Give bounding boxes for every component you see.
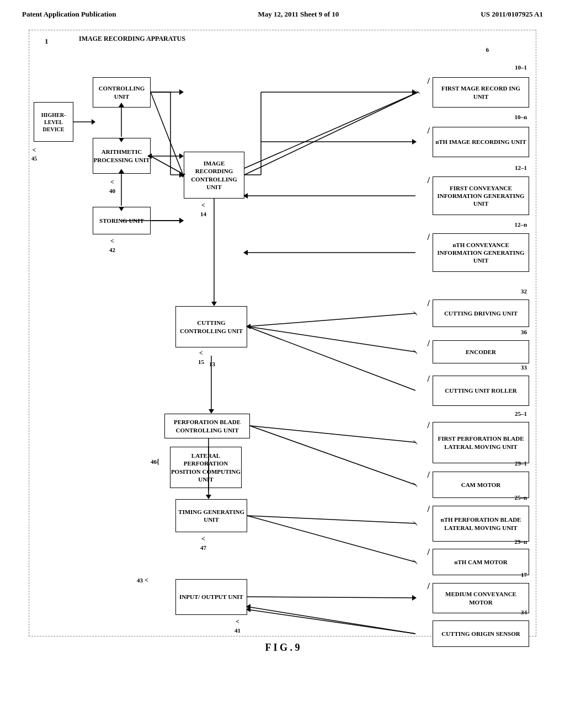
ref-32: 32: [521, 287, 527, 295]
svg-line-44: [247, 607, 415, 634]
svg-marker-8: [179, 153, 184, 159]
cutting-controlling-box: CUTTING CONTROLLING UNIT: [175, 306, 247, 347]
page-header: Patent Application Publication May 12, 2…: [0, 0, 565, 24]
svg-line-59: [250, 426, 415, 485]
storing-unit-box: STORING UNIT: [93, 207, 151, 234]
ref-29-n: 29–n: [514, 538, 527, 545]
controlling-unit-box: CONTROLLING UNIT: [93, 77, 151, 108]
svg-line-29: [247, 326, 415, 352]
header-left: Patent Application Publication: [22, 10, 116, 19]
header-right: US 2011/0107925 A1: [481, 10, 543, 19]
slash-12-n: /: [428, 232, 430, 243]
svg-line-57: [247, 609, 415, 634]
slash-25-1: /: [428, 420, 430, 431]
ref-42: <42: [109, 237, 115, 254]
svg-marker-30: [412, 349, 418, 355]
cutting-origin-sensor-box: CUTTING ORIGIN SENSOR: [433, 620, 529, 647]
ref-46: 46{: [151, 458, 159, 467]
nth-conveyance-box: nTH CONVEYANCE INFORMATION GENERATING UN…: [433, 233, 529, 272]
svg-marker-22: [412, 139, 417, 144]
ref-34: 34: [521, 608, 527, 616]
slash-33: /: [428, 373, 430, 385]
svg-marker-26: [243, 250, 248, 255]
ref-1: 1: [45, 37, 49, 46]
svg-marker-15: [415, 90, 420, 94]
svg-marker-20: [412, 89, 417, 95]
ref-14: <14: [200, 201, 206, 218]
ref-47: <47: [200, 535, 206, 552]
ref-25-n: 25–n: [514, 494, 527, 501]
svg-marker-5: [179, 89, 184, 95]
svg-marker-1: [92, 119, 95, 125]
ref-12-n: 12–n: [514, 221, 527, 228]
slash-25-n: /: [428, 504, 430, 515]
timing-generating-box: TIMING GENERATING UNIT: [175, 499, 247, 532]
ref-10-n: 10–n: [514, 113, 527, 121]
first-perforation-blade-box: FIRST PERFORATION BLADE LATERAL MOVING U…: [433, 422, 529, 463]
nth-cam-motor-box: nTH CAM MOTOR: [433, 549, 529, 575]
higher-level-device-box: HIGHER- LEVEL DEVICE: [34, 102, 73, 142]
cutting-unit-roller-box: CUTTING UNIT ROLLER: [433, 376, 529, 406]
slash-10-n: /: [428, 125, 430, 137]
first-conveyance-box: FIRST CONVEYANCE INFORMATION GENERATING …: [433, 176, 529, 215]
slash-32: /: [428, 298, 430, 309]
slash-17: /: [428, 581, 430, 592]
ref-45: <45: [31, 146, 37, 162]
slash-10-1: /: [428, 76, 430, 87]
ref-43: 43 <: [137, 576, 148, 585]
svg-marker-41: [206, 495, 211, 499]
header-middle: May 12, 2011 Sheet 9 of 10: [258, 10, 339, 19]
svg-marker-36: [412, 440, 418, 445]
svg-marker-11: [179, 218, 184, 223]
medium-conveyance-motor-box: MEDIUM CONVEYANCE MOTOR: [433, 583, 529, 613]
slash-36: /: [428, 338, 430, 350]
ref-33: 33: [521, 363, 527, 371]
ref-12-1: 12–1: [515, 164, 527, 172]
nth-perforation-blade-box: nTH PERFORATION BLADE LATERAL MOVING UNI…: [433, 506, 529, 542]
svg-marker-56: [179, 172, 184, 178]
ref-25-1: 25–1: [515, 410, 527, 417]
image-recording-controlling-box: IMAGE RECORDING CONTROLLING UNIT: [184, 152, 244, 199]
svg-line-61: [247, 516, 415, 562]
svg-marker-43: [412, 595, 417, 601]
input-output-box: INPUT/ OUTPUT UNIT: [175, 579, 247, 615]
ref-40: <40: [109, 178, 115, 195]
svg-marker-62: [412, 559, 418, 565]
svg-line-37: [247, 516, 415, 523]
ref-15: <15: [198, 349, 204, 366]
svg-marker-60: [412, 482, 418, 488]
arithmetic-unit-box: ARITHMETIC PROCESSING UNIT: [93, 138, 151, 174]
ref-17: 17: [521, 571, 527, 579]
svg-line-6: [151, 156, 183, 174]
svg-marker-64: [179, 218, 184, 223]
diagram-title: IMAGE RECORDING APPARATUS: [79, 35, 185, 43]
svg-line-2: [151, 92, 183, 174]
ref-13: 13: [209, 360, 215, 368]
slash-12-1: /: [428, 175, 430, 186]
svg-line-27: [247, 313, 415, 326]
svg-marker-34: [209, 409, 214, 414]
svg-line-35: [250, 426, 415, 442]
ref-6: 6: [486, 46, 489, 53]
svg-marker-38: [412, 521, 418, 526]
svg-line-14: [244, 92, 418, 168]
encoder-box: ENCODER: [433, 340, 529, 363]
svg-line-52: [151, 92, 183, 175]
diagram-container: IMAGE RECORDING APPARATUS 1 6 HIGHER- LE…: [29, 30, 536, 636]
svg-line-16: [244, 92, 418, 175]
first-image-recording-box: FIRST MAGE RECORD ING UNIT: [433, 77, 529, 108]
slash-29-1: /: [428, 469, 430, 481]
ref-36: 36: [521, 328, 527, 336]
nth-image-recording-box: nTH IMAGE RECORDING UNIT: [433, 127, 529, 157]
perforation-blade-controlling-box: PERFORATION BLADE CONTROLLING UNIT: [164, 414, 250, 438]
connection-lines: [29, 30, 536, 636]
svg-marker-28: [412, 311, 418, 316]
svg-line-31: [247, 326, 415, 390]
ref-29-1: 29–1: [515, 459, 527, 467]
ref-10-1: 10–1: [515, 63, 527, 71]
slash-29-n: /: [428, 547, 430, 558]
ref-41: <41: [234, 618, 241, 634]
cutting-driving-box: CUTTING DRIVING UNIT: [433, 299, 529, 327]
lateral-perforation-box: LATERAL PERFORATION POSITION COMPUTING U…: [170, 447, 242, 488]
svg-line-42: [247, 597, 415, 598]
